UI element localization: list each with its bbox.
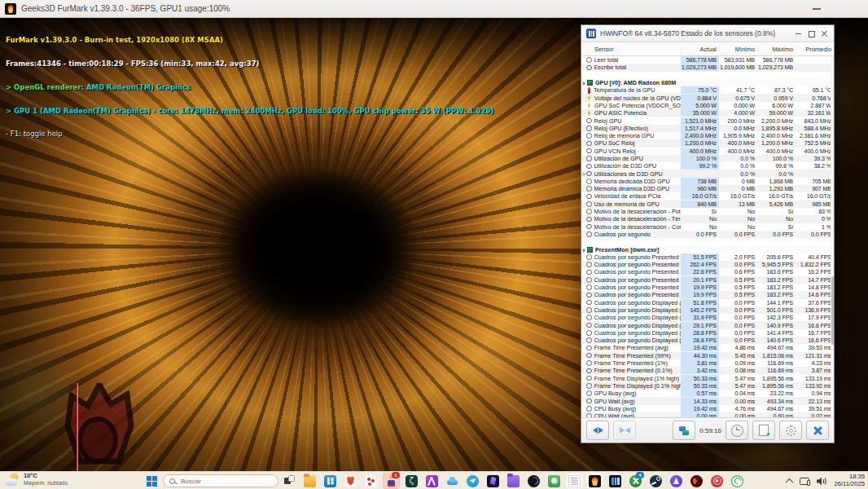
column-promedio[interactable]: Promedio — [796, 46, 834, 53]
sensor-row[interactable]: Cuadros por segundo Presented ...19.9 FP… — [581, 291, 834, 298]
sensor-row[interactable]: Utilización de D3D GPU99.2 %0.0 %99.8 %3… — [581, 162, 834, 170]
character-app-button[interactable]: 1 — [383, 473, 400, 489]
furmark-button[interactable] — [586, 473, 603, 489]
sensor-row[interactable]: CPU Wait (avg)0.00 ms0.00 ms0.60 ms0.02 … — [581, 412, 834, 417]
column-sensor[interactable]: Sensor — [581, 46, 681, 53]
column-maximo[interactable]: Máximo — [757, 46, 796, 53]
sensor-row[interactable]: GPU VCN Reloj400.0 MHz400.0 MHz400.0 MHz… — [581, 148, 834, 155]
nav-arrows-button[interactable] — [586, 421, 609, 440]
minimize-button[interactable] — [794, 29, 803, 38]
maximize-button[interactable] — [807, 29, 816, 38]
sensor-row[interactable]: >Utilizaciones de D3D GPU0.0 %0.0 % — [581, 170, 834, 177]
sensor-row[interactable]: Cuadros por segundo Displayed (...51.8 F… — [581, 299, 834, 306]
zen-browser-button[interactable] — [403, 473, 420, 489]
sensor-row[interactable]: GPU Busy (avg)0.57 ms0.04 ms23.22 ms0.94… — [581, 390, 834, 397]
whatsapp-button[interactable] — [729, 473, 746, 489]
remote-sensors-button[interactable] — [673, 421, 695, 440]
chevron-up-icon[interactable] — [785, 478, 793, 486]
sensor-row[interactable]: Frame Time Presented (avg)19.42 ms4.86 m… — [581, 344, 834, 351]
obsidian-button[interactable] — [484, 473, 502, 489]
sensor-row[interactable]: Cuadros por segundo Displayed (...145.2 … — [581, 306, 834, 314]
scrollbar[interactable] — [831, 56, 834, 417]
sensor-row[interactable]: Memoria dedicada D3D GPU738 MB0 MB1,868 … — [581, 178, 834, 185]
close-sensors-button[interactable] — [806, 421, 829, 440]
sensor-row[interactable]: Frame Time Displayed (1% high)50.33 ms5.… — [581, 374, 834, 381]
sensor-row[interactable]: Escribe total1,029,273 MB1,019,600 MB1,0… — [581, 64, 834, 71]
sensor-row[interactable]: Cuadros por segundo Displayed (...28.8 F… — [581, 329, 834, 337]
steam-button[interactable] — [647, 473, 664, 489]
sensor-row[interactable]: Leer total586,778 MB583,931 MB586,778 MB — [581, 56, 834, 64]
close-button[interactable] — [820, 29, 829, 38]
sensor-row[interactable]: Memoria dinámica D3D GPU960 MB0 MB1,293 … — [581, 185, 834, 192]
scrollbar-thumb[interactable] — [831, 276, 834, 345]
minimize-button[interactable] — [813, 8, 821, 10]
sensor-row[interactable]: Cuadros por segundo Displayed (...28.8 F… — [581, 337, 834, 344]
sensor-row[interactable]: Frame Time Presented (1%)3.81 ms0.09 ms1… — [581, 359, 834, 367]
sensor-row[interactable]: GPU SoC Reloj1,200.0 MHz400.0 MHz1,200.0… — [581, 139, 834, 147]
sensor-row[interactable]: Cuadros por segundo Presented ...51.5 FP… — [581, 253, 834, 261]
sensor-row[interactable]: Motivo de la desaceleración - Cor...NoNo… — [581, 223, 834, 231]
sensor-table-header[interactable]: Sensor Actual Mínimo Máximo Promedio — [581, 42, 834, 56]
sensor-section-header[interactable]: ∨GPU [#0]: AMD Radeon 680M — [581, 79, 834, 86]
sensor-row[interactable]: GPU ASIC Potencia35.000 W4.000 W59.000 W… — [581, 109, 834, 117]
telegram-button[interactable] — [464, 473, 481, 489]
sensor-row[interactable]: Frame Time Presented (99%)44.30 ms5.45 m… — [581, 352, 834, 359]
file-explorer-button[interactable] — [301, 473, 318, 489]
sensor-row[interactable]: Cuadros por segundo Presented ...22.6 FP… — [581, 268, 834, 275]
sensor-row[interactable]: Uso de memoria de GPU840 MB13 MB5,426 MB… — [581, 200, 834, 208]
settings-button[interactable] — [779, 421, 802, 440]
sensor-row[interactable]: Cuadros por segundo Displayed (...29.1 F… — [581, 321, 834, 328]
weather-widget[interactable]: 10°C Mayorm. nublado — [5, 473, 68, 487]
hwinfo-button[interactable] — [607, 473, 624, 489]
sensor-row[interactable]: Reloj GPU1,521.0 MHz200.0 MHz2,200.0 MHz… — [581, 117, 834, 124]
purple-triangle-app-button[interactable] — [668, 473, 685, 489]
collapse-chevron-icon[interactable]: ∨ — [581, 247, 586, 253]
sensor-row[interactable]: CPU Busy (avg)19.42 ms4.76 ms494.67 ms39… — [581, 405, 834, 412]
collapse-chevron-icon[interactable]: ∨ — [581, 80, 586, 86]
notepad-button[interactable] — [566, 473, 583, 489]
sensor-section-header[interactable]: ∨PresentMon [dwm.exe] — [581, 245, 834, 253]
task-view-button[interactable] — [282, 473, 298, 489]
sensor-row[interactable]: Voltaje del núcleo de la GPU (VDD...0.88… — [581, 94, 834, 101]
furmark-titlebar[interactable]: Geeks3D FurMark v1.39.3.0 - 36FPS, GPU1 … — [0, 0, 868, 18]
start-button[interactable] — [143, 473, 160, 489]
sensor-row[interactable]: Frame Time Presented (0.1%)3.42 ms0.08 m… — [581, 367, 834, 374]
youtube-music-button[interactable] — [708, 473, 726, 489]
brave-browser-button[interactable] — [342, 473, 359, 489]
sensor-row[interactable]: Velocidad de enlace PCIe16.0 GT/s16.0 GT… — [581, 192, 834, 200]
volume-icon[interactable] — [817, 477, 827, 486]
sensor-row[interactable]: Frame Time Displayed (0.1% high)50.33 ms… — [581, 382, 834, 390]
search-box[interactable] — [163, 474, 278, 487]
sensor-row[interactable]: Reloj de memoria GPU2,400.0 MHz1,905.9 M… — [581, 132, 834, 139]
sensor-row[interactable]: Cuadros por segundo Presented ...19.9 FP… — [581, 284, 834, 291]
sensor-row[interactable]: Temperatura de la GPU75.0 °C41.7 °C87.3 … — [581, 86, 834, 94]
xbox-button[interactable]: 4 — [627, 473, 644, 489]
nav-arrows-disabled-button[interactable] — [613, 421, 636, 440]
red-dots-app-button[interactable] — [362, 473, 379, 489]
microsoft-store-button[interactable] — [322, 473, 339, 489]
sensor-row[interactable]: Cuadros por segundo Presented ...20.1 FP… — [581, 276, 834, 284]
amd-adrenalin-button[interactable] — [688, 473, 705, 489]
sensor-row[interactable]: Utilización de GPU100.0 %0.0 %100.0 %39.… — [581, 155, 834, 162]
sensor-row[interactable]: Cuadros por segundo0.0 FPS0.0 FPS0.0 FPS… — [581, 231, 834, 238]
sensor-row[interactable]: GPU SoC Potencia (VDDCR_SOC)5.000 W0.000… — [581, 102, 834, 109]
hwinfo-titlebar[interactable]: HWiNFO® 64 v8.34-5870 Estado de los sens… — [581, 25, 834, 42]
clock-reset-button[interactable] — [726, 421, 748, 440]
green-app-button[interactable] — [546, 473, 563, 489]
sensor-row[interactable]: Motivo de la desaceleración - Pot...SíNo… — [581, 208, 834, 215]
sensor-row[interactable]: Cuadros por segundo Displayed (...31.9 F… — [581, 314, 834, 321]
search-input[interactable] — [179, 477, 272, 486]
sensor-row[interactable]: Cuadros por segundo Presented ...262.4 F… — [581, 261, 834, 268]
dark-disc-app-button[interactable] — [525, 473, 542, 489]
sensor-row[interactable]: Reloj GPU (Efectivo)1,517.4 MHz0.0 MHz1,… — [581, 125, 834, 132]
sensor-row[interactable]: Motivo de la desaceleración - Tér...NoNo… — [581, 215, 834, 222]
clock-widget[interactable]: 18:35 26/11/2025 — [835, 474, 865, 487]
cloud-app-button[interactable] — [444, 473, 461, 489]
column-actual[interactable]: Actual — [681, 46, 719, 53]
affinity-app-button[interactable] — [423, 473, 441, 489]
phone-link-icon[interactable] — [800, 478, 809, 485]
sensor-row[interactable]: GPU Wait (avg)14.33 ms0.00 ms493.34 ms22… — [581, 397, 834, 404]
purple-folder-app-button[interactable] — [505, 473, 522, 489]
report-button[interactable] — [752, 421, 775, 440]
column-minimo[interactable]: Mínimo — [719, 46, 757, 53]
